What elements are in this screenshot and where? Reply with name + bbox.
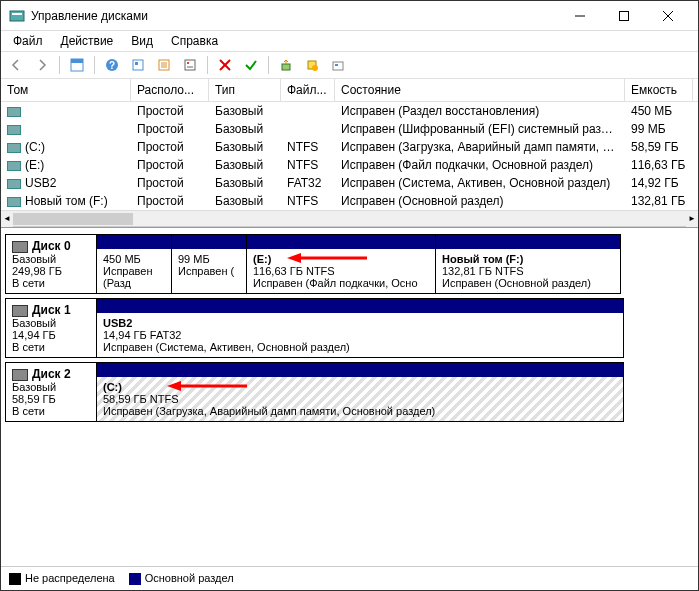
volume-icon	[7, 107, 21, 117]
disk-row: Диск 0Базовый249,98 ГБВ сети450 МБИсправ…	[5, 234, 694, 294]
svg-rect-25	[335, 64, 338, 66]
col-capacity[interactable]: Емкость	[625, 79, 693, 101]
table-row[interactable]: Новый том (F:)ПростойБазовыйNTFSИсправен…	[1, 192, 698, 210]
volume-icon	[7, 143, 21, 153]
help-icon[interactable]: ?	[101, 54, 123, 76]
scroll-left-icon[interactable]: ◄	[1, 211, 13, 227]
menu-help[interactable]: Справка	[163, 32, 226, 50]
svg-text:?: ?	[109, 60, 115, 71]
action2-icon[interactable]	[301, 54, 323, 76]
volume-status: Исправен (Файл подкачки, Основной раздел…	[335, 157, 625, 173]
volume-fs: NTFS	[281, 139, 335, 155]
col-type[interactable]: Тип	[209, 79, 281, 101]
volume-type: Базовый	[209, 121, 281, 137]
partition-status: Исправен (	[178, 265, 240, 277]
volume-status: Исправен (Система, Активен, Основной раз…	[335, 175, 625, 191]
volume-capacity: 99 МБ	[625, 121, 693, 137]
svg-marker-29	[167, 381, 181, 391]
volume-name	[1, 121, 131, 137]
toolbar-separator	[94, 56, 95, 74]
partition[interactable]: 450 МБИсправен (Разд	[96, 234, 172, 294]
col-fs[interactable]: Файл...	[281, 79, 335, 101]
disk-info[interactable]: Диск 0Базовый249,98 ГБВ сети	[5, 234, 97, 294]
list-icon[interactable]	[153, 54, 175, 76]
disk-status: В сети	[12, 405, 90, 417]
partition-color-bar	[97, 363, 623, 377]
horizontal-scrollbar[interactable]: ◄ ►	[1, 210, 698, 226]
table-row[interactable]: (C:)ПростойБазовыйNTFSИсправен (Загрузка…	[1, 138, 698, 156]
menu-action[interactable]: Действие	[53, 32, 122, 50]
disk-icon	[12, 241, 28, 253]
back-button[interactable]	[5, 54, 27, 76]
maximize-button[interactable]	[602, 2, 646, 30]
col-status[interactable]: Состояние	[335, 79, 625, 101]
refresh-icon[interactable]	[127, 54, 149, 76]
scroll-right-icon[interactable]: ►	[686, 211, 698, 227]
red-arrow-icon	[167, 379, 247, 396]
volume-icon	[7, 161, 21, 171]
legend: Не распределена Основной раздел	[1, 566, 698, 590]
check-icon[interactable]	[240, 54, 262, 76]
volume-layout: Простой	[131, 157, 209, 173]
volume-type: Базовый	[209, 139, 281, 155]
partition-size: 450 МБ	[103, 253, 165, 265]
partition[interactable]: Новый том (F:)132,81 ГБ NTFSИсправен (Ос…	[435, 234, 621, 294]
legend-primary: Основной раздел	[129, 572, 234, 585]
partition[interactable]: (E:)116,63 ГБ NTFSИсправен (Файл подкачк…	[246, 234, 436, 294]
disk-name: Диск 2	[32, 367, 71, 381]
partitions-container: USB214,94 ГБ FAT32Исправен (Система, Акт…	[97, 298, 694, 358]
table-row[interactable]: ПростойБазовыйИсправен (Раздел восстанов…	[1, 102, 698, 120]
partition-color-bar	[97, 299, 623, 313]
partition-status: Исправен (Основной раздел)	[442, 277, 614, 289]
partition-status: Исправен (Разд	[103, 265, 165, 289]
disk-row: Диск 2Базовый58,59 ГБВ сети(C:)58,59 ГБ …	[5, 362, 694, 422]
action1-icon[interactable]	[275, 54, 297, 76]
partition[interactable]: USB214,94 ГБ FAT32Исправен (Система, Акт…	[96, 298, 624, 358]
action3-icon[interactable]	[327, 54, 349, 76]
delete-icon[interactable]	[214, 54, 236, 76]
menu-view[interactable]: Вид	[123, 32, 161, 50]
partition[interactable]: (C:)58,59 ГБ NTFSИсправен (Загрузка, Ава…	[96, 362, 624, 422]
table-row[interactable]: USB2ПростойБазовыйFAT32Исправен (Система…	[1, 174, 698, 192]
svg-rect-16	[185, 60, 195, 70]
volume-name: Новый том (F:)	[1, 193, 131, 209]
app-icon	[9, 8, 25, 24]
unallocated-swatch-icon	[9, 573, 21, 585]
properties-icon[interactable]	[179, 54, 201, 76]
disk-info[interactable]: Диск 1Базовый14,94 ГБВ сети	[5, 298, 97, 358]
partition[interactable]: 99 МБИсправен (	[171, 234, 247, 294]
volume-fs: FAT32	[281, 175, 335, 191]
partitions-container: (C:)58,59 ГБ NTFSИсправен (Загрузка, Ава…	[97, 362, 694, 422]
menu-file[interactable]: Файл	[5, 32, 51, 50]
view-top-icon[interactable]	[66, 54, 88, 76]
col-volume[interactable]: Том	[1, 79, 131, 101]
disk-type: Базовый	[12, 253, 90, 265]
disk-status: В сети	[12, 341, 90, 353]
volume-status: Исправен (Загрузка, Аварийный дамп памят…	[335, 139, 625, 155]
volume-type: Базовый	[209, 193, 281, 209]
disk-icon	[12, 305, 28, 317]
table-row[interactable]: (E:)ПростойБазовыйNTFSИсправен (Файл под…	[1, 156, 698, 174]
disk-size: 249,98 ГБ	[12, 265, 90, 277]
volume-fs: NTFS	[281, 193, 335, 209]
disk-name: Диск 0	[32, 239, 71, 253]
svg-rect-1	[12, 13, 22, 15]
volume-name: (E:)	[1, 157, 131, 173]
partition-status: Исправен (Загрузка, Аварийный дамп памят…	[103, 405, 617, 417]
table-row[interactable]: ПростойБазовыйИсправен (Шифрованный (EFI…	[1, 120, 698, 138]
scrollbar-thumb[interactable]	[13, 213, 133, 225]
forward-button[interactable]	[31, 54, 53, 76]
toolbar-separator	[268, 56, 269, 74]
disk-name: Диск 1	[32, 303, 71, 317]
volume-status: Исправен (Шифрованный (EFI) системный ра…	[335, 121, 625, 137]
svg-rect-7	[71, 59, 83, 63]
toolbar-separator	[207, 56, 208, 74]
col-layout[interactable]: Располо...	[131, 79, 209, 101]
partition-color-bar	[172, 235, 246, 249]
minimize-button[interactable]	[558, 2, 602, 30]
close-button[interactable]	[646, 2, 690, 30]
disk-info[interactable]: Диск 2Базовый58,59 ГБВ сети	[5, 362, 97, 422]
partition-label: USB2	[103, 317, 617, 329]
partition-status: Исправен (Система, Активен, Основной раз…	[103, 341, 617, 353]
volume-layout: Простой	[131, 175, 209, 191]
